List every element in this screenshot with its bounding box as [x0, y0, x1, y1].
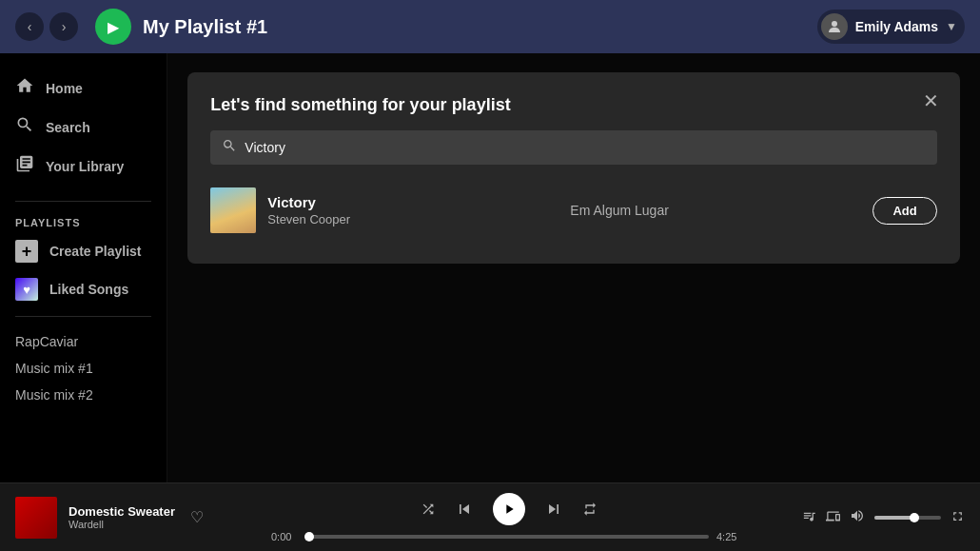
playlist-list: RapCaviar Music mix #1 Music mix #2	[0, 325, 167, 412]
search-icon	[15, 115, 34, 139]
sidebar-item-home[interactable]: Home	[0, 69, 167, 108]
current-time: 0:00	[271, 531, 302, 542]
controls-buttons	[421, 493, 598, 525]
player-bar: Domestic Sweater Wardell ♡ 0:00	[0, 482, 980, 551]
search-result-row: Victory Steven Cooper Em Algum Lugar Add	[210, 180, 936, 241]
sidebar-item-library[interactable]: Your Library	[0, 147, 167, 186]
now-playing: Domestic Sweater Wardell ♡	[15, 497, 244, 539]
playlists-label: PLAYLISTS	[0, 209, 167, 232]
modal-close-button[interactable]: ✕	[918, 88, 945, 114]
sidebar-library-label: Your Library	[46, 159, 124, 174]
player-controls: 0:00 4:25	[244, 493, 774, 542]
result-album: Em Algum Lugar	[570, 203, 861, 218]
right-controls	[774, 508, 965, 527]
sidebar: Home Search Your Library PLAYLISTS + Cre…	[0, 53, 167, 482]
playlist-item-rapcaviar[interactable]: RapCaviar	[0, 328, 167, 355]
back-button[interactable]: ‹	[15, 12, 44, 41]
modal-title: Let's find something for your playlist	[210, 95, 936, 115]
home-icon	[15, 76, 34, 100]
result-thumbnail	[210, 187, 256, 233]
create-playlist-label: Create Playlist	[49, 244, 142, 259]
queue-button[interactable]	[802, 509, 816, 526]
volume-fill	[874, 516, 914, 520]
volume-icon	[850, 508, 865, 527]
volume-dot	[910, 513, 919, 522]
playlist-item-musicmix1[interactable]: Music mix #1	[0, 355, 167, 382]
chevron-down-icon: ▼	[946, 20, 957, 33]
next-button[interactable]	[544, 500, 563, 519]
liked-songs-icon: ♥	[15, 278, 38, 301]
avatar	[821, 13, 848, 40]
total-time: 4:25	[716, 531, 747, 542]
sidebar-home-label: Home	[46, 81, 83, 96]
progress-bar-area: 0:00 4:25	[271, 531, 747, 542]
fullscreen-button[interactable]	[951, 509, 965, 526]
modal-overlay: Let's find something for your playlist ✕…	[167, 53, 980, 482]
track-title: Domestic Sweater	[69, 504, 175, 519]
top-bar: ‹ › ▶ My Playlist #1 Emily Adams ▼	[0, 0, 980, 53]
sidebar-divider	[15, 201, 151, 202]
svg-point-0	[832, 21, 837, 27]
playlist-title: My Playlist #1	[143, 16, 817, 38]
track-thumbnail	[15, 497, 57, 539]
shuffle-button[interactable]	[421, 502, 436, 517]
forward-button[interactable]: ›	[49, 12, 78, 41]
playlist-play-button[interactable]: ▶	[95, 9, 131, 45]
progress-dot	[304, 532, 314, 541]
devices-button[interactable]	[826, 509, 840, 526]
modal-search-icon	[222, 138, 237, 157]
play-pause-button[interactable]	[493, 493, 525, 525]
playlist-item-musicmix2[interactable]: Music mix #2	[0, 382, 167, 408]
right-panel: Let's find something for your playlist ✕…	[167, 53, 980, 482]
username: Emily Adams	[855, 19, 938, 34]
user-menu[interactable]: Emily Adams ▼	[817, 10, 965, 44]
sidebar-nav: Home Search Your Library	[0, 61, 167, 193]
result-artist: Steven Cooper	[267, 212, 559, 226]
liked-songs-action[interactable]: ♥ Liked Songs	[0, 270, 167, 308]
result-thumb-image	[210, 187, 256, 233]
create-playlist-action[interactable]: + Create Playlist	[0, 232, 167, 270]
result-info: Victory Steven Cooper	[267, 194, 559, 226]
plus-icon: +	[15, 240, 38, 263]
repeat-button[interactable]	[582, 502, 598, 517]
volume-track[interactable]	[874, 516, 941, 520]
sidebar-divider-2	[15, 316, 151, 317]
sidebar-search-label: Search	[46, 120, 90, 135]
main-content: Home Search Your Library PLAYLISTS + Cre…	[0, 53, 980, 482]
search-modal: Let's find something for your playlist ✕…	[187, 72, 959, 264]
track-artist: Wardell	[69, 519, 175, 530]
add-track-button[interactable]: Add	[872, 197, 936, 225]
modal-search-bar	[210, 130, 936, 165]
modal-search-input[interactable]	[245, 140, 925, 155]
sidebar-item-search[interactable]: Search	[0, 108, 167, 147]
like-button[interactable]: ♡	[186, 504, 207, 530]
previous-button[interactable]	[455, 500, 474, 519]
result-title: Victory	[267, 194, 559, 210]
track-info: Domestic Sweater Wardell	[69, 504, 175, 530]
library-icon	[15, 154, 34, 178]
progress-track[interactable]	[309, 535, 709, 539]
liked-songs-label: Liked Songs	[49, 282, 128, 297]
